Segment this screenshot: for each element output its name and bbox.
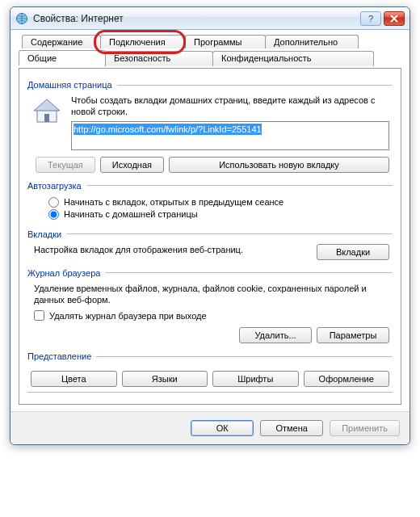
tab-programs[interactable]: Программы [185, 35, 266, 48]
chk-delete-on-exit-input[interactable] [34, 310, 44, 321]
group-appearance: Представление Цвета Языки Шрифты Оформле… [27, 351, 393, 389]
close-button[interactable] [384, 11, 405, 26]
btn-apply: Применить [330, 420, 400, 436]
svg-rect-3 [44, 114, 49, 122]
help-button[interactable]: ? [360, 11, 381, 26]
btn-history-settings[interactable]: Параметры [317, 327, 389, 343]
btn-fonts[interactable]: Шрифты [212, 371, 299, 387]
group-title-history: Журнал браузера [27, 268, 105, 278]
titlebar: Свойства: Интернет ? [10, 7, 410, 30]
group-title-home: Домашняя страница [27, 80, 117, 90]
group-home-page: Домашняя страница Чтобы со [27, 80, 393, 174]
radio-start-home[interactable]: Начинать с домашней страницы [31, 209, 389, 220]
internet-options-icon [15, 12, 28, 25]
group-title-startup: Автозагрузка [27, 181, 86, 191]
btn-colors[interactable]: Цвета [31, 371, 117, 387]
radio-start-last-session-label: Начинать с вкладок, открытых в предыдуще… [64, 197, 284, 207]
home-icon [31, 95, 63, 127]
chk-delete-on-exit-label: Удалять журнал браузера при выходе [49, 311, 207, 321]
btn-use-current: Текущая [36, 157, 95, 173]
btn-use-new-tab[interactable]: Использовать новую вкладку [169, 157, 389, 173]
btn-delete-history[interactable]: Удалить... [239, 327, 312, 343]
btn-cancel[interactable]: Отмена [260, 420, 323, 436]
home-desc: Чтобы создать вкладки домашних страниц, … [71, 95, 389, 118]
tab-privacy[interactable]: Конфиденциальность [212, 51, 374, 66]
group-startup: Автозагрузка Начинать с вкладок, открыты… [27, 181, 393, 223]
history-desc: Удаление временных файлов, журнала, файл… [31, 283, 389, 306]
group-tabs: Вкладки Настройка вкладок для отображени… [27, 229, 393, 262]
tab-panel-general: Домашняя страница Чтобы со [19, 68, 401, 405]
home-url-value: http://go.microsoft.com/fwlink/p/?LinkId… [74, 124, 262, 135]
dialog-footer: ОК Отмена Применить [10, 411, 410, 444]
window-title: Свойства: Интернет [33, 13, 358, 24]
client-area: Содержание Подключения Программы Дополни… [10, 30, 410, 411]
home-url-input[interactable]: http://go.microsoft.com/fwlink/p/?LinkId… [71, 121, 389, 150]
btn-tabs-settings[interactable]: Вкладки [317, 244, 389, 260]
btn-ok[interactable]: ОК [191, 420, 254, 436]
radio-start-last-session[interactable]: Начинать с вкладок, открытых в предыдуще… [31, 197, 389, 208]
radio-start-last-session-input[interactable] [48, 197, 59, 208]
tab-security[interactable]: Безопасность [105, 51, 213, 66]
group-title-appearance: Представление [27, 351, 96, 361]
radio-start-home-label: Начинать с домашней страницы [64, 209, 198, 219]
btn-use-default[interactable]: Исходная [100, 157, 164, 173]
tab-strip: Содержание Подключения Программы Дополни… [19, 35, 401, 69]
internet-properties-dialog: Свойства: Интернет ? Содержание Подключе… [10, 6, 410, 445]
group-title-tabs: Вкладки [27, 229, 66, 239]
radio-start-home-input[interactable] [48, 209, 59, 220]
tab-general[interactable]: Общие [19, 50, 106, 65]
btn-languages[interactable]: Языки [122, 371, 208, 387]
tab-connections[interactable]: Подключения [100, 35, 186, 48]
chk-delete-on-exit[interactable]: Удалять журнал браузера при выходе [31, 310, 389, 321]
group-history: Журнал браузера Удаление временных файло… [27, 268, 393, 346]
svg-marker-2 [34, 99, 60, 111]
tab-advanced[interactable]: Дополнительно [265, 35, 359, 48]
tab-content[interactable]: Содержание [22, 35, 101, 48]
tabs-desc: Настройка вкладок для отображения веб-ст… [31, 244, 309, 255]
btn-accessibility[interactable]: Оформление [304, 371, 390, 387]
